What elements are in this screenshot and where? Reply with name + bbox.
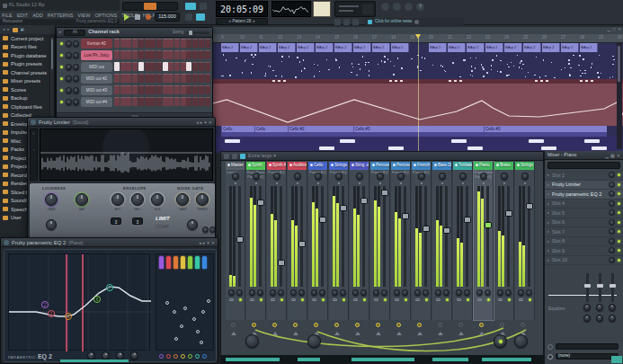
swing-slider[interactable] <box>186 31 209 34</box>
fx-slot-1[interactable]: ▸Slot 1 <box>545 171 623 181</box>
strip-stereo-knob[interactable] <box>464 289 470 296</box>
step-cell[interactable] <box>163 39 168 48</box>
slot-arrow-icon[interactable]: ▸ <box>547 182 549 187</box>
track-name-plate[interactable] <box>547 162 620 169</box>
env-readout-1[interactable]: 3 <box>111 218 121 225</box>
slot-arrow-icon[interactable]: ▸ <box>547 258 549 262</box>
strip-stereo-knob[interactable] <box>278 289 284 296</box>
strip-stereo-knob[interactable] <box>505 289 512 296</box>
limiter-detach-icon[interactable]: ▾ <box>204 120 207 125</box>
channel-button[interactable]: MIDI out #3 <box>81 85 112 95</box>
step-cell[interactable] <box>186 85 191 94</box>
send-bulb-icon[interactable] <box>231 323 236 327</box>
strip-sep-knob[interactable] <box>394 289 400 296</box>
rack-filter-dropdown[interactable]: All <box>64 30 85 36</box>
step-cell[interactable] <box>181 62 186 71</box>
strip-header[interactable]: Cello <box>308 162 327 170</box>
route-arrow-icon[interactable] <box>293 332 298 335</box>
step-cell[interactable] <box>168 50 174 59</box>
fader-track[interactable] <box>445 186 448 287</box>
strip-header[interactable]: Strings <box>515 162 534 170</box>
slot-mix-knob[interactable] <box>609 228 615 235</box>
strip-pan-knob[interactable] <box>294 173 301 180</box>
pattern-song-switch[interactable] <box>185 3 196 10</box>
step-cell[interactable] <box>138 74 144 83</box>
strip-stereo-knob[interactable] <box>485 289 491 296</box>
browser-item-channel-presets[interactable]: Channel presets <box>0 68 55 77</box>
send-bulb-icon[interactable] <box>376 323 380 327</box>
fader-handle[interactable] <box>485 222 492 228</box>
send-knob[interactable] <box>514 334 528 348</box>
step-cell[interactable] <box>138 85 144 94</box>
strip-pan-knob[interactable] <box>273 173 280 180</box>
step-cell[interactable] <box>205 39 210 48</box>
track-eq-slider-high[interactable] <box>611 273 614 302</box>
mini-band-knob[interactable] <box>166 354 171 359</box>
mixer-strip-strings-2[interactable]: Strings 2Param EQ 2 <box>329 162 349 320</box>
step-cell[interactable] <box>181 74 186 83</box>
strip-stereo-knob[interactable] <box>360 289 367 296</box>
strip-stereo-knob[interactable] <box>298 289 305 296</box>
track-eq-slider-low[interactable] <box>586 273 589 302</box>
step-cell[interactable] <box>126 50 131 59</box>
channel-button[interactable]: Kenran #2 <box>81 39 112 49</box>
send-bulb-icon[interactable] <box>500 323 504 327</box>
band-led[interactable] <box>159 256 164 269</box>
step-cell[interactable] <box>192 39 198 48</box>
cello-clip-label[interactable]: Cello <box>256 127 265 131</box>
att-knob[interactable] <box>111 193 124 206</box>
step-cell[interactable] <box>126 39 131 48</box>
cello-clip-label[interactable]: Cello #3 <box>355 127 370 131</box>
strip-eye-icon[interactable] <box>477 298 482 301</box>
note-block[interactable] <box>467 146 483 150</box>
comp-tab[interactable]: COMP <box>156 224 169 229</box>
browser-item-scores[interactable]: Scores <box>0 85 55 94</box>
gain-knob[interactable] <box>45 193 58 206</box>
fader-handle[interactable] <box>360 198 368 204</box>
channel-pan-knob[interactable] <box>66 64 72 70</box>
fader-handle[interactable] <box>464 217 471 223</box>
eq-order-knob[interactable] <box>116 351 124 360</box>
thres-knob[interactable] <box>196 193 209 206</box>
mixer-strip-percussion[interactable]: PercussionParam EQ 2 <box>370 162 390 320</box>
route-arrow-icon[interactable] <box>438 332 443 335</box>
mini-band-knob[interactable] <box>181 354 185 359</box>
step-cell[interactable] <box>132 85 138 94</box>
channel-volume-knob[interactable] <box>73 40 79 47</box>
step-cell[interactable] <box>181 85 186 94</box>
step-cell[interactable] <box>174 85 180 94</box>
note-block[interactable] <box>451 139 467 143</box>
mixer-strip-sting-don[interactable]: Sting .don <box>350 162 369 320</box>
strip-mute-led[interactable] <box>260 298 263 301</box>
eq-band-select-knob[interactable] <box>102 351 110 360</box>
step-cell[interactable] <box>150 39 156 48</box>
audio-output-row[interactable]: (none) <box>547 353 619 360</box>
browser-folder-icon[interactable] <box>13 28 18 32</box>
step-cell[interactable] <box>138 39 144 48</box>
slot-mix-knob[interactable] <box>609 247 615 253</box>
channel-pan-knob[interactable] <box>66 75 72 82</box>
save-icon[interactable] <box>343 19 350 25</box>
step-cell[interactable] <box>145 50 150 59</box>
note-block[interactable] <box>319 146 334 150</box>
step-cell[interactable] <box>114 62 120 71</box>
fader-handle[interactable] <box>443 227 450 234</box>
step-cell[interactable] <box>192 62 198 71</box>
channel-volume-knob[interactable] <box>73 87 79 93</box>
step-cell[interactable] <box>174 39 180 48</box>
strip-header[interactable]: Synth Arp <box>267 162 286 170</box>
mixer-strip-synth-arp[interactable]: Synth ArpParam EQ 2 <box>267 162 287 320</box>
step-cell[interactable] <box>174 74 180 83</box>
mixer-view-mode-dropdown[interactable]: Extra large ▾ <box>248 154 276 159</box>
cello-clip-label[interactable]: Cello <box>223 127 232 131</box>
step-cell[interactable] <box>174 97 180 106</box>
slot-mix-knob[interactable] <box>609 238 615 244</box>
strip-eye-icon[interactable] <box>229 298 234 301</box>
limiter-titlebar[interactable]: Fruity Limiter (Sound) ◂▸▾✕ <box>28 118 215 127</box>
strip-sep-knob[interactable] <box>290 289 297 296</box>
eq-quality-bar[interactable] <box>60 360 129 362</box>
step-cell[interactable] <box>186 74 191 83</box>
step-cell[interactable] <box>114 85 120 94</box>
countdown-icon[interactable] <box>393 3 401 11</box>
step-cell[interactable] <box>168 85 174 94</box>
